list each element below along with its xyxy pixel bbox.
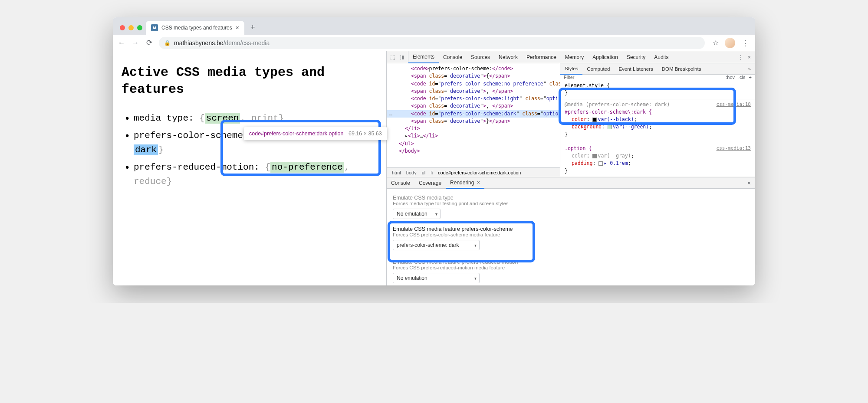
drawer-tab-console[interactable]: Console <box>387 177 414 189</box>
rendered-page: Active CSS media types and features medi… <box>113 51 386 285</box>
dom-line[interactable]: <span class="decorative">}</span> <box>387 118 560 125</box>
minimize-window-button[interactable] <box>128 25 134 30</box>
devtools-tab-sources[interactable]: Sources <box>467 51 494 63</box>
dom-line[interactable]: <code id="prefers-color-scheme:no-prefer… <box>387 80 560 88</box>
devtools-settings-icon[interactable]: ⋮ <box>738 54 743 60</box>
emulate-prm-select[interactable]: No emulation <box>393 273 480 283</box>
css-prop[interactable]: padding <box>572 160 592 166</box>
new-rule-button[interactable]: + <box>749 75 752 80</box>
reload-button[interactable]: ⟳ <box>145 38 154 47</box>
feature-list: media type: {screen, print}prefers-color… <box>122 111 378 189</box>
option-no-preference: no-preference <box>270 162 344 173</box>
dom-line[interactable]: <code id="prefers-color-scheme:dark" cla… <box>387 110 560 118</box>
drawer-close-icon[interactable]: × <box>743 180 755 187</box>
styles-tabs-overflow[interactable]: » <box>744 63 755 75</box>
emulate-media-type-select[interactable]: No emulation <box>393 209 441 219</box>
matched-rule-2[interactable]: css-media:13 .option { color: var(--gray… <box>560 143 755 177</box>
breadcrumb-item[interactable]: body <box>404 170 418 175</box>
device-toolbar-icon[interactable]: ⫿⫿ <box>399 54 404 60</box>
emulate-pcs-title: Emulate CSS media feature prefers-color-… <box>393 226 749 232</box>
favicon-icon: M <box>151 24 158 31</box>
close-window-button[interactable] <box>120 25 125 30</box>
dom-tree[interactable]: <code>prefers-color-scheme:</code><span … <box>387 63 560 167</box>
css-val[interactable]: var(--green) <box>613 124 649 130</box>
profile-avatar[interactable] <box>725 38 735 48</box>
devtools-tabs: ⬚ ⫿⫿ ElementsConsoleSourcesNetworkPerfor… <box>387 51 755 63</box>
element-style-block[interactable]: element.style {} <box>560 80 755 99</box>
breadcrumb-item[interactable]: html <box>390 170 403 175</box>
rule2-source-link[interactable]: css-media:13 <box>717 145 751 152</box>
tooltip-dimensions: 69.16 × 35.63 <box>349 131 382 137</box>
css-prop[interactable]: background <box>572 124 602 130</box>
devtools-tab-performance[interactable]: Performance <box>522 51 561 63</box>
bookmark-icon[interactable]: ☆ <box>713 39 719 47</box>
devtools-tab-network[interactable]: Network <box>494 51 522 63</box>
styles-tab-event-listeners[interactable]: Event Listeners <box>614 63 657 75</box>
devtools-tab-security[interactable]: Security <box>622 51 650 63</box>
dom-line[interactable]: <code>prefers-color-scheme:</code> <box>387 65 560 72</box>
hov-toggle[interactable]: :hov <box>726 75 735 80</box>
forward-button[interactable]: → <box>131 39 140 47</box>
address-bar[interactable]: 🔒 mathiasbynens.be/demo/css-media <box>159 37 705 49</box>
devtools-tab-audits[interactable]: Audits <box>650 51 673 63</box>
devtools-close-icon[interactable]: × <box>748 54 751 60</box>
drawer-tab-coverage[interactable]: Coverage <box>414 177 446 189</box>
browser-toolbar: ← → ⟳ 🔒 mathiasbynens.be/demo/css-media … <box>113 35 755 51</box>
emulate-pcs-select[interactable]: prefers-color-scheme: dark <box>393 240 480 250</box>
breadcrumb-item[interactable]: code#prefers-color-scheme:dark.option <box>436 170 523 175</box>
option-reduce: reduce <box>134 177 167 187</box>
css-prop[interactable]: color <box>572 153 587 159</box>
rule1-source-link[interactable]: css-media:18 <box>717 101 751 108</box>
dom-line[interactable]: <code id="prefers-color-scheme:light" cl… <box>387 95 560 102</box>
devtools-tab-elements[interactable]: Elements <box>408 51 439 63</box>
breadcrumb-item[interactable]: ul <box>420 170 427 175</box>
devtools-tab-application[interactable]: Application <box>588 51 622 63</box>
css-prop[interactable]: color <box>572 116 587 122</box>
devtools-drawer: ConsoleCoverageRendering×× Emulate CSS m… <box>387 177 755 285</box>
close-tab-icon[interactable]: × <box>236 24 239 31</box>
page-heading: Active CSS media types and features <box>122 64 378 98</box>
content-area: Active CSS media types and features medi… <box>113 51 755 285</box>
devtools-tab-memory[interactable]: Memory <box>561 51 588 63</box>
styles-tab-dom-breakpoints[interactable]: DOM Breakpoints <box>658 63 706 75</box>
dom-line[interactable]: <span class="decorative">{</span> <box>387 72 560 80</box>
url-path: /demo/css-media <box>224 39 270 46</box>
css-val[interactable]: var(--black) <box>598 116 634 122</box>
emulate-prm-desc: Forces CSS prefers-reduced-motion media … <box>393 265 749 270</box>
dom-line[interactable]: ▸<li>…</li> <box>387 132 560 140</box>
drawer-tab-close-icon[interactable]: × <box>477 179 480 186</box>
maximize-window-button[interactable] <box>137 25 142 30</box>
emulate-media-type-title: Emulate CSS media type <box>393 195 749 201</box>
back-button[interactable]: ← <box>117 39 126 47</box>
styles-panel: StylesComputedEvent ListenersDOM Breakpo… <box>560 63 755 177</box>
cls-toggle[interactable]: .cls <box>738 75 746 80</box>
lock-icon: 🔒 <box>164 40 171 46</box>
dom-line[interactable]: <span class="decorative">, </span> <box>387 88 560 95</box>
rendering-panel: Emulate CSS media type Forces media type… <box>387 189 755 285</box>
option-print: print <box>251 113 279 123</box>
styles-filter-row: :hov .cls + <box>560 75 755 80</box>
menu-icon[interactable]: ⋮ <box>741 38 748 48</box>
breadcrumb-bar: htmlbodyullicode#prefers-color-scheme:da… <box>387 167 560 177</box>
css-val[interactable]: var(--gray) <box>598 153 631 159</box>
browser-tab[interactable]: M CSS media types and features × <box>146 21 244 35</box>
breadcrumb-item[interactable]: li <box>429 170 434 175</box>
devtools-tab-console[interactable]: Console <box>439 51 467 63</box>
rule1-selector: #prefers-color-scheme\:dark { <box>565 108 751 116</box>
dom-line[interactable]: </li> <box>387 125 560 132</box>
new-tab-button[interactable]: + <box>244 23 261 35</box>
emulate-media-type-desc: Forces media type for testing print and … <box>393 201 749 206</box>
css-val[interactable]: ▸ 0.1rem <box>604 160 628 166</box>
select-element-icon[interactable]: ⬚ <box>390 54 395 60</box>
drawer-tab-rendering[interactable]: Rendering× <box>446 177 484 189</box>
styles-tab-styles[interactable]: Styles <box>560 63 582 75</box>
styles-tab-computed[interactable]: Computed <box>582 63 614 75</box>
tab-strip: M CSS media types and features × + <box>113 17 755 35</box>
option-dark: dark <box>134 144 158 155</box>
dom-line[interactable]: </body> <box>387 147 560 155</box>
dom-line[interactable]: </ul> <box>387 140 560 147</box>
matched-rule-1[interactable]: css-media:18 @media (prefers-color-schem… <box>560 99 755 143</box>
styles-filter-input[interactable] <box>560 75 722 80</box>
dom-line[interactable]: <span class="decorative">, </span> <box>387 102 560 110</box>
tab-title: CSS media types and features <box>161 25 232 31</box>
